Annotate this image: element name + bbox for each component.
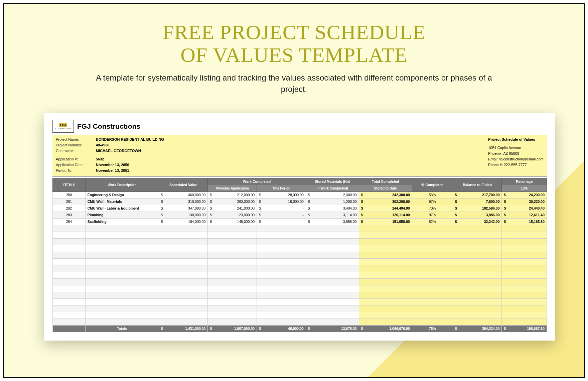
cell-stored: $1,200.00	[306, 198, 359, 205]
cell-balance: $217,700.00	[453, 192, 502, 198]
cell-item: 282	[53, 205, 86, 212]
totals-row: Totals $1,431,000.00 $1,007,000.00 $46,0…	[53, 325, 547, 332]
cell-retainage: $12,611.40	[502, 212, 547, 218]
table-row: 284Scaffolding$184,000.00$148,000.00$-$3…	[53, 218, 547, 225]
table-row-empty	[53, 292, 547, 298]
table-row: 280Engineering & Design$460,000.00$212,0…	[53, 192, 547, 198]
col-balance: Balance to Finish	[453, 178, 502, 192]
cell-retainage: $24,440.40	[502, 205, 547, 212]
sov-heading: Project Schedule of Values	[488, 137, 544, 142]
col-stored-materials-top: Stored Materials (Not	[306, 178, 359, 185]
contact-phone: Phone #: 222-555-7777	[488, 162, 544, 168]
title-line-1: FREE PROJECT SCHEDULE	[162, 21, 426, 43]
table-row-empty	[53, 225, 547, 232]
col-retainage-bot: 10%	[502, 185, 547, 192]
cell-this-period: $28,000.00	[257, 192, 306, 198]
project-number-value: 48-4938	[96, 142, 109, 148]
company-name: FGJ Constructions	[77, 122, 140, 130]
cell-this-period: $-	[257, 218, 306, 225]
totals-balance: 364,324.00	[482, 327, 500, 331]
cell-stored: $3,658.00	[306, 218, 359, 225]
cell-description: CMU Wall - Labor & Equipment	[85, 205, 159, 212]
cell-retainage: $15,165.80	[502, 218, 547, 225]
cell-previous: $148,000.00	[208, 218, 257, 225]
cell-balance: $32,342.00	[453, 218, 502, 225]
cell-description: Plumbing	[85, 212, 159, 218]
cell-previous: $212,000.00	[208, 192, 257, 198]
contractor-value: MICHAEL GEORGETOWN	[96, 148, 141, 154]
logo-text: FGJ	[59, 123, 67, 127]
cell-total-completed: $244,404.00	[359, 205, 412, 212]
application-number-label: Application #:	[56, 156, 96, 162]
address-line-2: Phoenix, AZ 85009	[488, 151, 544, 156]
col-previous-application: Prevoius Application	[208, 185, 257, 192]
project-info-right: Project Schedule of Values 1054 Coplin A…	[488, 137, 544, 173]
table-row-empty	[53, 232, 547, 238]
table-row: 282CMU Wall - Labor & Equipment$347,000.…	[53, 205, 547, 212]
totals-scheduled: 1,431,000.00	[185, 327, 205, 331]
col-total-completed-bot: Stored to Date	[359, 185, 412, 192]
totals-label: Totals	[85, 325, 159, 332]
table-row-empty	[53, 245, 547, 252]
totals-stored: 13,676.00	[341, 327, 357, 331]
col-work-completed: Work Completed	[208, 178, 306, 185]
cell-pct: 97%	[412, 198, 453, 205]
company-logo: FGJ CONSTRUCTION	[52, 120, 74, 133]
title-line-2: OF VALUES TEMPLATE	[180, 43, 407, 66]
table-row-empty	[53, 265, 547, 272]
totals-total-completed: 1,066,676.00	[389, 327, 410, 331]
cell-item: 283	[53, 212, 86, 218]
cell-pct: 82%	[412, 218, 453, 225]
cell-this-period: $-	[257, 212, 306, 218]
table-row-empty	[53, 319, 547, 325]
cell-description: Scaffolding	[85, 218, 159, 225]
cell-stored: $2,300.00	[306, 192, 359, 198]
cell-item: 284	[53, 218, 86, 225]
cell-scheduled: $460,000.00	[159, 192, 208, 198]
col-pct-completed: % Completed	[412, 178, 453, 192]
table-row-empty	[53, 252, 547, 258]
cell-pct: 53%	[412, 192, 453, 198]
cell-previous: $123,000.00	[208, 212, 257, 218]
cell-total-completed: $242,300.00	[359, 192, 412, 198]
cell-pct: 70%	[412, 205, 453, 212]
cell-this-period: $18,000.00	[257, 198, 306, 205]
cell-item: 280	[53, 192, 86, 198]
table-row-empty	[53, 238, 547, 245]
table-row: 283Plumbing$130,000.00$123,000.00$-$3,11…	[53, 212, 547, 218]
table-row-empty	[53, 272, 547, 278]
table-body: 280Engineering & Design$460,000.00$212,0…	[53, 192, 547, 325]
content-area: FREE PROJECT SCHEDULE OF VALUES TEMPLATE…	[4, 4, 584, 341]
table-row-empty	[53, 298, 547, 305]
totals-previous: 1,007,000.00	[234, 327, 255, 331]
cell-scheduled: $184,000.00	[159, 218, 208, 225]
col-total-completed-top: Total Completed	[359, 178, 412, 185]
project-number-label: Project Number:	[56, 142, 96, 148]
contact-email: Email: fgjconstruction@email.com	[488, 156, 544, 162]
cell-scheduled: $130,000.00	[159, 212, 208, 218]
cell-stored: $3,114.00	[306, 212, 359, 218]
table-row-empty	[53, 312, 547, 319]
cell-total-completed: $151,658.00	[359, 218, 412, 225]
cell-scheduled: $310,000.00	[159, 198, 208, 205]
period-to-label: Period To:	[56, 168, 96, 173]
col-scheduled-value: Scheduled Value	[159, 178, 208, 192]
spreadsheet-card: FGJ CONSTRUCTION FGJ Constructions Proje…	[44, 113, 555, 341]
project-name-value: BONDERSON RESIDENTIAL BUILDING	[96, 137, 164, 142]
application-date-value: November 13, 2050	[96, 162, 129, 168]
cell-balance: $7,800.00	[453, 198, 502, 205]
table-row: 281CMU Wall - Materials$310,000.00$283,0…	[53, 198, 547, 205]
cell-item: 281	[53, 198, 86, 205]
period-to-value: November 13, 2051	[96, 168, 129, 173]
col-retainage-top: Retainage	[502, 178, 547, 185]
project-info-block: Project Name:BONDERSON RESIDENTIAL BUILD…	[52, 135, 547, 176]
col-stored-materials-bot: in Work Completed)	[306, 185, 359, 192]
cell-total-completed: $302,200.00	[359, 198, 412, 205]
page-subtitle: A template for systematically listing an…	[94, 72, 494, 95]
table-header: ITEM # Work Description Scheduled Value …	[53, 178, 547, 192]
cell-previous: $241,000.00	[208, 205, 257, 212]
table-row-empty	[53, 305, 547, 312]
cell-this-period: $-	[257, 205, 306, 212]
totals-this-period: 46,000.00	[288, 327, 304, 331]
cell-retainage: $30,220.00	[502, 198, 547, 205]
